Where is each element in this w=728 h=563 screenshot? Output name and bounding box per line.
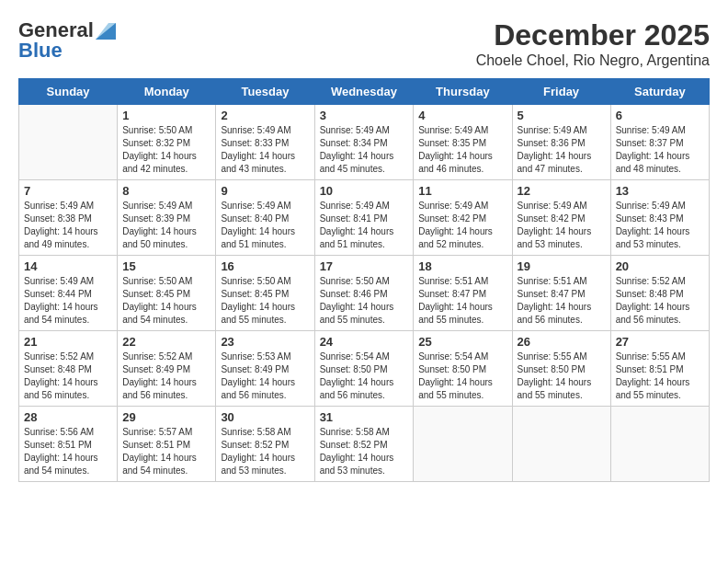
calendar-cell: 30Sunrise: 5:58 AMSunset: 8:52 PMDayligh… — [216, 407, 314, 482]
weekday-header: Wednesday — [314, 79, 414, 105]
cell-content: Sunrise: 5:50 AMSunset: 8:46 PMDaylight:… — [320, 275, 409, 327]
day-number: 11 — [418, 184, 506, 198]
calendar-cell: 22Sunrise: 5:52 AMSunset: 8:49 PMDayligh… — [118, 331, 216, 407]
calendar-cell: 11Sunrise: 5:49 AMSunset: 8:42 PMDayligh… — [414, 180, 512, 256]
day-number: 25 — [418, 335, 506, 349]
daylight-text: Daylight: 14 hours and 56 minutes. — [518, 302, 592, 325]
weekday-header: Thursday — [414, 79, 512, 105]
sunrise-text: Sunrise: 5:49 AM — [320, 125, 390, 135]
cell-content: Sunrise: 5:55 AMSunset: 8:50 PMDaylight:… — [518, 350, 606, 402]
day-number: 19 — [518, 259, 606, 273]
sunset-text: Sunset: 8:42 PM — [518, 213, 586, 224]
sunrise-text: Sunrise: 5:50 AM — [122, 276, 192, 286]
sunset-text: Sunset: 8:48 PM — [616, 289, 684, 299]
calendar-cell: 2Sunrise: 5:49 AMSunset: 8:33 PMDaylight… — [216, 105, 314, 180]
calendar: SundayMondayTuesdayWednesdayThursdayFrid… — [18, 78, 710, 482]
daylight-text: Daylight: 14 hours and 50 minutes. — [122, 226, 197, 249]
cell-content: Sunrise: 5:49 AMSunset: 8:34 PMDaylight:… — [320, 124, 409, 176]
day-number: 13 — [616, 184, 704, 198]
sunset-text: Sunset: 8:36 PM — [518, 138, 586, 148]
day-number: 5 — [518, 109, 606, 122]
sunset-text: Sunset: 8:32 PM — [122, 138, 190, 148]
calendar-cell: 27Sunrise: 5:55 AMSunset: 8:51 PMDayligh… — [610, 331, 709, 407]
cell-content: Sunrise: 5:54 AMSunset: 8:50 PMDaylight:… — [418, 350, 506, 402]
daylight-text: Daylight: 14 hours and 55 minutes. — [221, 302, 295, 325]
daylight-text: Daylight: 14 hours and 48 minutes. — [616, 151, 690, 174]
day-number: 6 — [616, 109, 704, 122]
daylight-text: Daylight: 14 hours and 56 minutes. — [24, 377, 98, 400]
calendar-cell: 4Sunrise: 5:49 AMSunset: 8:35 PMDaylight… — [414, 105, 512, 180]
cell-content: Sunrise: 5:49 AMSunset: 8:35 PMDaylight:… — [418, 124, 506, 176]
day-number: 23 — [221, 335, 309, 349]
calendar-cell: 25Sunrise: 5:54 AMSunset: 8:50 PMDayligh… — [414, 331, 512, 407]
cell-content: Sunrise: 5:49 AMSunset: 8:39 PMDaylight:… — [122, 200, 210, 251]
cell-content: Sunrise: 5:50 AMSunset: 8:32 PMDaylight:… — [122, 124, 210, 176]
cell-content: Sunrise: 5:49 AMSunset: 8:43 PMDaylight:… — [616, 200, 704, 251]
sunrise-text: Sunrise: 5:49 AM — [616, 201, 686, 211]
calendar-cell — [414, 407, 512, 482]
day-number: 10 — [320, 184, 409, 198]
daylight-text: Daylight: 14 hours and 56 minutes. — [616, 302, 690, 325]
sunrise-text: Sunrise: 5:56 AM — [24, 427, 94, 437]
calendar-cell: 17Sunrise: 5:50 AMSunset: 8:46 PMDayligh… — [314, 256, 414, 331]
daylight-text: Daylight: 14 hours and 55 minutes. — [418, 302, 493, 325]
calendar-cell: 8Sunrise: 5:49 AMSunset: 8:39 PMDaylight… — [118, 180, 216, 256]
day-number: 31 — [320, 410, 409, 424]
daylight-text: Daylight: 14 hours and 52 minutes. — [418, 226, 493, 249]
sunset-text: Sunset: 8:34 PM — [320, 138, 388, 148]
sunrise-text: Sunrise: 5:54 AM — [320, 351, 390, 362]
daylight-text: Daylight: 14 hours and 53 minutes. — [518, 226, 592, 249]
sunrise-text: Sunrise: 5:51 AM — [418, 276, 488, 286]
logo-blue: Blue — [18, 39, 63, 63]
sunset-text: Sunset: 8:51 PM — [616, 364, 684, 374]
cell-content: Sunrise: 5:50 AMSunset: 8:45 PMDaylight:… — [221, 275, 309, 327]
calendar-cell: 12Sunrise: 5:49 AMSunset: 8:42 PMDayligh… — [512, 180, 610, 256]
page-title: December 2025 — [476, 18, 710, 52]
cell-content: Sunrise: 5:49 AMSunset: 8:42 PMDaylight:… — [518, 200, 606, 251]
daylight-text: Daylight: 14 hours and 53 minutes. — [221, 453, 295, 476]
cell-content: Sunrise: 5:52 AMSunset: 8:48 PMDaylight:… — [24, 350, 112, 402]
calendar-cell: 26Sunrise: 5:55 AMSunset: 8:50 PMDayligh… — [512, 331, 610, 407]
daylight-text: Daylight: 14 hours and 55 minutes. — [320, 302, 394, 325]
daylight-text: Daylight: 14 hours and 55 minutes. — [616, 377, 690, 400]
sunrise-text: Sunrise: 5:55 AM — [616, 351, 686, 362]
cell-content: Sunrise: 5:49 AMSunset: 8:38 PMDaylight:… — [24, 200, 112, 251]
day-number: 16 — [221, 259, 309, 273]
sunset-text: Sunset: 8:49 PM — [221, 364, 289, 374]
calendar-cell — [610, 407, 709, 482]
sunrise-text: Sunrise: 5:49 AM — [24, 276, 94, 286]
day-number: 30 — [221, 410, 309, 424]
logo: General Blue — [18, 18, 116, 63]
sunset-text: Sunset: 8:38 PM — [24, 213, 92, 224]
calendar-cell: 1Sunrise: 5:50 AMSunset: 8:32 PMDaylight… — [118, 105, 216, 180]
weekday-header: Monday — [118, 79, 216, 105]
sunset-text: Sunset: 8:47 PM — [418, 289, 486, 299]
calendar-cell: 31Sunrise: 5:58 AMSunset: 8:52 PMDayligh… — [314, 407, 414, 482]
cell-content: Sunrise: 5:55 AMSunset: 8:51 PMDaylight:… — [616, 350, 704, 402]
calendar-cell: 13Sunrise: 5:49 AMSunset: 8:43 PMDayligh… — [610, 180, 709, 256]
day-number: 21 — [24, 335, 112, 349]
cell-content: Sunrise: 5:52 AMSunset: 8:48 PMDaylight:… — [616, 275, 704, 327]
daylight-text: Daylight: 14 hours and 56 minutes. — [320, 377, 394, 400]
calendar-cell: 23Sunrise: 5:53 AMSunset: 8:49 PMDayligh… — [216, 331, 314, 407]
calendar-cell: 21Sunrise: 5:52 AMSunset: 8:48 PMDayligh… — [19, 331, 118, 407]
daylight-text: Daylight: 14 hours and 56 minutes. — [221, 377, 295, 400]
day-number: 20 — [616, 259, 704, 273]
day-number: 28 — [24, 410, 112, 424]
sunset-text: Sunset: 8:35 PM — [418, 138, 486, 148]
sunrise-text: Sunrise: 5:49 AM — [418, 201, 488, 211]
calendar-cell: 15Sunrise: 5:50 AMSunset: 8:45 PMDayligh… — [118, 256, 216, 331]
header: General Blue December 2025 Choele Choel,… — [18, 18, 710, 69]
daylight-text: Daylight: 14 hours and 54 minutes. — [24, 302, 98, 325]
calendar-cell — [19, 105, 118, 180]
day-number: 18 — [418, 259, 506, 273]
calendar-cell: 24Sunrise: 5:54 AMSunset: 8:50 PMDayligh… — [314, 331, 414, 407]
daylight-text: Daylight: 14 hours and 51 minutes. — [320, 226, 394, 249]
sunrise-text: Sunrise: 5:53 AM — [221, 351, 290, 362]
cell-content: Sunrise: 5:49 AMSunset: 8:36 PMDaylight:… — [518, 124, 606, 176]
sunrise-text: Sunrise: 5:49 AM — [518, 201, 587, 211]
calendar-cell: 10Sunrise: 5:49 AMSunset: 8:41 PMDayligh… — [314, 180, 414, 256]
day-number: 4 — [418, 109, 506, 122]
calendar-header-row: SundayMondayTuesdayWednesdayThursdayFrid… — [19, 79, 710, 105]
sunrise-text: Sunrise: 5:49 AM — [122, 201, 192, 211]
